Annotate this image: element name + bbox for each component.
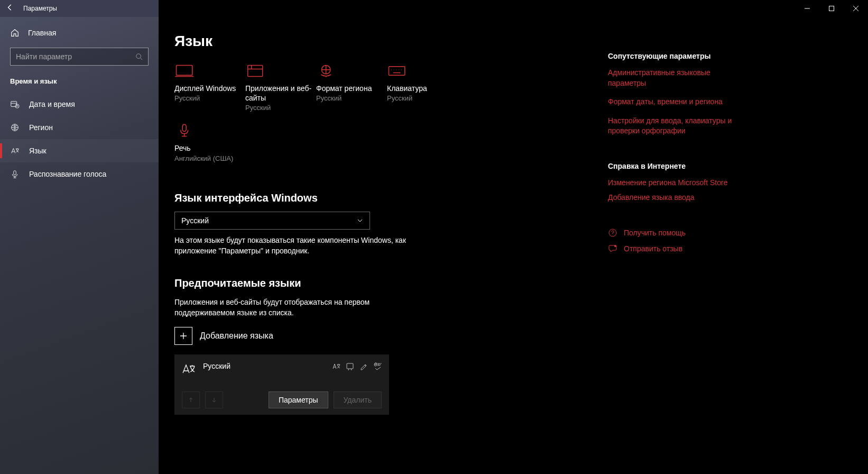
tile-sub: Английский (США)	[174, 154, 244, 162]
svg-point-13	[614, 245, 616, 247]
calendar-clock-icon	[10, 99, 20, 109]
page-title: Язык	[174, 33, 597, 50]
language-char-icon	[182, 362, 196, 378]
tile-region-format[interactable]: Формат региона Русский	[316, 63, 386, 112]
tile-apps-websites[interactable]: Приложения и веб-сайты Русский	[245, 63, 315, 112]
svg-rect-7	[248, 66, 263, 77]
typing-keyboard-spellcheck-link[interactable]: Настройки для ввода, клавиатуры и провер…	[608, 116, 745, 136]
nav-language[interactable]: Язык	[0, 139, 159, 162]
move-up-button	[182, 391, 200, 408]
home-nav[interactable]: Главная	[0, 29, 159, 48]
display-icon	[174, 63, 194, 78]
admin-language-settings-link[interactable]: Административные языковые параметры	[608, 68, 745, 88]
nav-speech[interactable]: Распознавание голоса	[0, 162, 159, 186]
nav-date-time[interactable]: Дата и время	[0, 93, 159, 116]
feedback-icon	[608, 244, 617, 253]
give-feedback-link[interactable]: Отправить отзыв	[608, 244, 756, 253]
date-time-region-format-link[interactable]: Формат даты, времени и региона	[608, 97, 745, 107]
display-language-helper: На этом языке будут показываться такие к…	[174, 235, 423, 257]
tile-display[interactable]: Дисплей Windows Русский	[174, 63, 244, 112]
window-title: Параметры	[23, 5, 57, 12]
dropdown-value: Русский	[181, 216, 209, 225]
microphone-icon	[10, 169, 20, 179]
svg-rect-0	[829, 6, 834, 11]
language-settings-button[interactable]: Параметры	[269, 391, 328, 408]
nav-label: Распознавание голоса	[29, 170, 106, 178]
handwriting-feat-icon	[359, 362, 368, 370]
preferred-languages-desc: Приложения и веб-сайты будут отображатьс…	[174, 297, 423, 318]
chevron-down-icon	[357, 217, 363, 224]
move-down-button	[205, 391, 223, 408]
svg-rect-9	[389, 67, 404, 75]
tile-sub: Русский	[245, 104, 315, 112]
display-language-dropdown[interactable]: Русский	[174, 212, 370, 230]
spellcheck-feat-icon	[373, 362, 382, 370]
web-help-heading: Справка в Интернете	[608, 162, 756, 170]
search-icon	[135, 53, 143, 60]
sidebar: Главная Время и язык Дата и время Регион	[0, 17, 159, 474]
help-icon	[608, 228, 617, 238]
svg-rect-6	[176, 66, 192, 76]
home-label: Главная	[28, 29, 56, 37]
language-icon	[10, 146, 20, 156]
tile-label: Клавиатура	[387, 84, 457, 93]
tile-sub: Русский	[387, 94, 457, 102]
tile-label: Приложения и веб-сайты	[245, 84, 315, 103]
plus-icon	[174, 327, 192, 345]
svg-rect-2	[11, 102, 17, 107]
display-language-heading: Язык интерфейса Windows	[174, 192, 597, 204]
nav-label: Дата и время	[29, 100, 75, 108]
globe-icon	[10, 123, 20, 132]
display-lang-feat-icon	[332, 362, 340, 370]
microphone-icon	[174, 123, 194, 138]
add-language-label: Добавление языка	[200, 331, 273, 341]
preferred-languages-heading: Предпочитаемые языки	[174, 277, 597, 289]
tile-label: Дисплей Windows	[174, 84, 244, 93]
change-store-region-link[interactable]: Изменение региона Microsoft Store	[608, 178, 745, 188]
minimize-button[interactable]	[795, 0, 819, 17]
tile-keyboard[interactable]: Клавиатура Русский	[387, 63, 457, 112]
nav-label: Язык	[29, 147, 47, 155]
add-language-button[interactable]: Добавление языка	[174, 327, 597, 345]
category-header: Время и язык	[0, 77, 159, 93]
related-settings-heading: Сопутствующие параметры	[608, 52, 756, 60]
tts-feat-icon	[346, 362, 354, 370]
maximize-button[interactable]	[819, 0, 844, 17]
tile-sub: Русский	[316, 94, 386, 102]
search-box[interactable]	[10, 48, 149, 66]
back-button[interactable]	[6, 4, 14, 13]
tile-label: Формат региона	[316, 84, 386, 93]
language-remove-button: Удалить	[334, 391, 382, 408]
keyboard-icon	[387, 63, 407, 78]
nav-region[interactable]: Регион	[0, 116, 159, 139]
close-button[interactable]	[844, 0, 868, 17]
svg-rect-10	[182, 125, 186, 132]
svg-point-1	[136, 54, 141, 59]
svg-rect-11	[347, 363, 353, 369]
language-item[interactable]: Русский Параметры Удалить	[174, 354, 389, 415]
search-input[interactable]	[16, 52, 135, 61]
globe-stand-icon	[316, 63, 336, 78]
tile-speech[interactable]: Речь Английский (США)	[174, 123, 244, 162]
add-input-language-link[interactable]: Добавление языка ввода	[608, 193, 745, 203]
language-name: Русский	[203, 362, 332, 370]
titlebar: Параметры	[0, 0, 868, 17]
window-icon	[245, 63, 265, 78]
tile-label: Речь	[174, 143, 244, 153]
svg-rect-5	[14, 171, 16, 175]
tile-sub: Русский	[174, 94, 244, 102]
get-help-link[interactable]: Получить помощь	[608, 228, 756, 238]
nav-label: Регион	[29, 123, 53, 132]
